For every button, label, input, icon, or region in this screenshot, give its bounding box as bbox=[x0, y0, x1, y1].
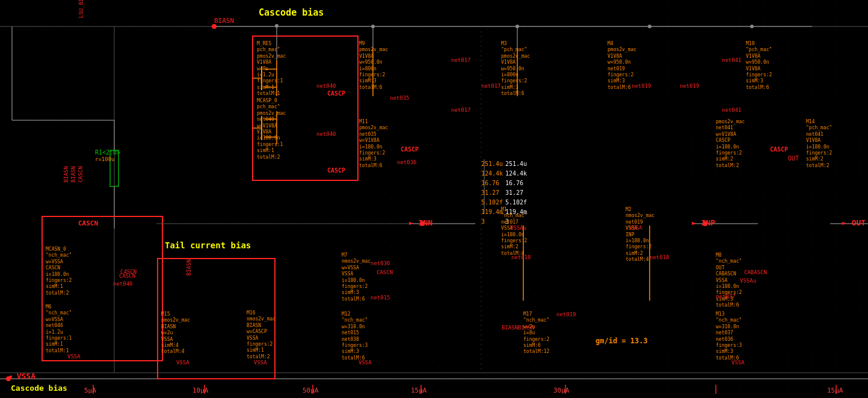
net017-label2: net017 bbox=[481, 83, 501, 89]
current-50ua: 50μA bbox=[303, 387, 319, 394]
metric-gm: 251.4u bbox=[481, 159, 503, 169]
junction-2 bbox=[516, 25, 519, 28]
biasn-tail-label: BIASN bbox=[186, 259, 192, 275]
m14-component: M14"pch_mac"net041V1V8Ai=180.0nfingers:2… bbox=[806, 119, 832, 169]
biasnbiasn-label: BIASNBIASN bbox=[502, 325, 534, 331]
dot-inn bbox=[420, 221, 425, 226]
vssa-label-m16: VSSA bbox=[254, 360, 267, 366]
net019-label1: net019 bbox=[632, 83, 651, 89]
m15-label: M15nmos2v_macBIASNw=2uVSSAsimM:4totalM:4 bbox=[161, 311, 190, 355]
cascode-bias-bottom-label: Cascode bias bbox=[11, 384, 67, 393]
m10-component: M10"pch_mac"V1V8Aw=950.0nV1V8Afingers:2s… bbox=[746, 41, 772, 91]
current-15ua-left: 15μA bbox=[411, 387, 427, 394]
schematic-canvas: BIASN Cascode bias Tail current bias Cas… bbox=[0, 0, 868, 398]
current-10ua: 10μA bbox=[192, 387, 209, 394]
out-arrow: ► OUT bbox=[842, 218, 866, 227]
out-near-right: OUT bbox=[788, 155, 799, 162]
cabascn-label: CABASCN bbox=[744, 269, 767, 275]
metric-gain: 31.27 bbox=[481, 188, 503, 198]
biasn-label-left2: BIASN bbox=[70, 166, 76, 182]
net040-label: net040 bbox=[316, 83, 336, 89]
m9-component: M9pmos2v_macV1V8Aw=950.0ni=800nfingers:2… bbox=[359, 41, 388, 91]
mcasp0-component: MCASP_0pch_mac"pmos2v_macnet040w=V1V8AV1… bbox=[257, 98, 286, 161]
m11-component: M11pmos2v_macnet035w=V1V8Ai=180.0nfinger… bbox=[359, 119, 388, 169]
net046-label: net046 bbox=[113, 281, 133, 287]
vssa-label-m15: VSSA bbox=[176, 360, 189, 366]
r1-label: R1<2:0> bbox=[95, 149, 120, 156]
m3-component: M3"pch_mac"pmos2v_macV1V8Aw=950.0ni=800n… bbox=[501, 41, 530, 97]
mcasn0-label: MCASN_0"nch_mac"w=VSSACASCNi=180.0nfinge… bbox=[46, 246, 72, 296]
cascp-right-label: CASCP bbox=[770, 146, 788, 153]
cascn-box-label: CASCN bbox=[78, 219, 98, 227]
tail-current-bias-label: Tail current bias bbox=[165, 240, 251, 250]
metrics-display: 251.4u 124.4k 16.76 31.27 5.102f 119.4m … bbox=[481, 159, 503, 227]
net036-m7: net036 bbox=[371, 260, 390, 266]
lsu-biasn-label: LSU_BIASN<2:0> bbox=[78, 0, 84, 18]
cascn-label-left: CASCN bbox=[78, 166, 84, 182]
dot-inp bbox=[703, 221, 707, 226]
vssa-m13: VSSA bbox=[731, 360, 745, 366]
current-15ua-right: 15μA bbox=[827, 387, 843, 394]
cascp-top-label: CASCP bbox=[327, 90, 345, 97]
biasn-label-left: BIASN bbox=[63, 166, 69, 182]
vssau-m8: VSSAu bbox=[740, 278, 756, 284]
net015-label: net015 bbox=[371, 295, 390, 301]
junction-5 bbox=[275, 24, 279, 28]
dot-vssa-left bbox=[6, 376, 11, 381]
metric-rds: 124.4k bbox=[481, 169, 503, 179]
junction-1 bbox=[371, 25, 375, 28]
junction-4 bbox=[750, 25, 754, 28]
gmid-label: gm/id = 13.3 bbox=[596, 337, 648, 345]
vssa-m12: VSSA bbox=[359, 360, 372, 366]
net018-label1: net018 bbox=[511, 254, 531, 260]
metric-vov: 119.4m bbox=[481, 207, 503, 217]
mres-component: M_RESpch_mac"pmos2v_macV1V8Aw=0si=1.2ufi… bbox=[257, 41, 286, 97]
v1v8a-supply-label: BIASN bbox=[214, 17, 234, 25]
net036-label: net036 bbox=[397, 159, 417, 165]
net040-label2: net040 bbox=[316, 131, 336, 137]
m6-label: M6"nch_mac"w=VSSAnet046i=1.2ufingers:1si… bbox=[46, 304, 72, 354]
net017-label1: net017 bbox=[451, 57, 471, 63]
cascp-bottom-label: CASCP bbox=[327, 167, 345, 174]
vssa-label-left: VSSA bbox=[67, 354, 81, 360]
r1-value: r=100u bbox=[95, 156, 115, 162]
m16-label: M16nmos2v_macBIASNw=CASCPVSSAfingers:2si… bbox=[247, 310, 275, 360]
m7-component: M7nmos2v_macw=VSSAVSSAi=180.0nfingers:2s… bbox=[342, 253, 371, 302]
vssa-bottom-arrow: ◄ VSSA bbox=[7, 372, 35, 381]
m17-component: M17"nch_mac"w=2ui=8ufingers:2simM:6total… bbox=[523, 311, 549, 355]
net019-m17: net019 bbox=[556, 311, 576, 317]
current-30ua: 30μA bbox=[553, 387, 570, 394]
net035-label: net035 bbox=[390, 95, 410, 101]
m1-component: M1"nch_mac"net017VSSAi=180.0nfingers:2si… bbox=[501, 207, 527, 257]
dot-v1v8a bbox=[212, 24, 217, 29]
cascode-bias-top-label: Cascode bias bbox=[259, 7, 324, 18]
net041-label: net041 bbox=[722, 57, 742, 63]
cascp-m11-label: CASCP bbox=[401, 146, 419, 153]
m13-component: M13"nch_mac"w=310.0nnet037net036fingers:… bbox=[716, 311, 742, 361]
pmos-m10-area: pmos2v_macnet041w=V1V8ACASCPi=180.0nfing… bbox=[716, 119, 745, 169]
c4scn-label: C4SCN bbox=[120, 269, 137, 275]
net017-label3: net017 bbox=[451, 107, 471, 113]
junction-3 bbox=[648, 25, 651, 28]
metric-region: 3 bbox=[481, 217, 503, 227]
net037-label: net037 bbox=[716, 293, 736, 299]
svg-rect-10 bbox=[110, 150, 119, 186]
current-5ua: 5μA bbox=[84, 387, 96, 394]
net041-label2: net041 bbox=[722, 107, 742, 113]
m12-component: M12"nch_mac"w=310.0nnet015net038fingers:… bbox=[342, 311, 368, 361]
metric-cgg: 5.102f bbox=[481, 198, 503, 207]
cascn-m7: CASCN bbox=[377, 269, 393, 275]
vssau-m2: VSSA bbox=[629, 225, 642, 231]
net019-label2: net019 bbox=[680, 83, 700, 89]
metric-gm-id: 16.76 bbox=[481, 179, 503, 188]
m8-component: M8"nch_mac"OUTCABASCNVSSAi=180.0nfingers… bbox=[716, 253, 742, 309]
vssau-m1: VSSAu bbox=[510, 225, 526, 231]
net018-label2: net018 bbox=[650, 254, 669, 260]
